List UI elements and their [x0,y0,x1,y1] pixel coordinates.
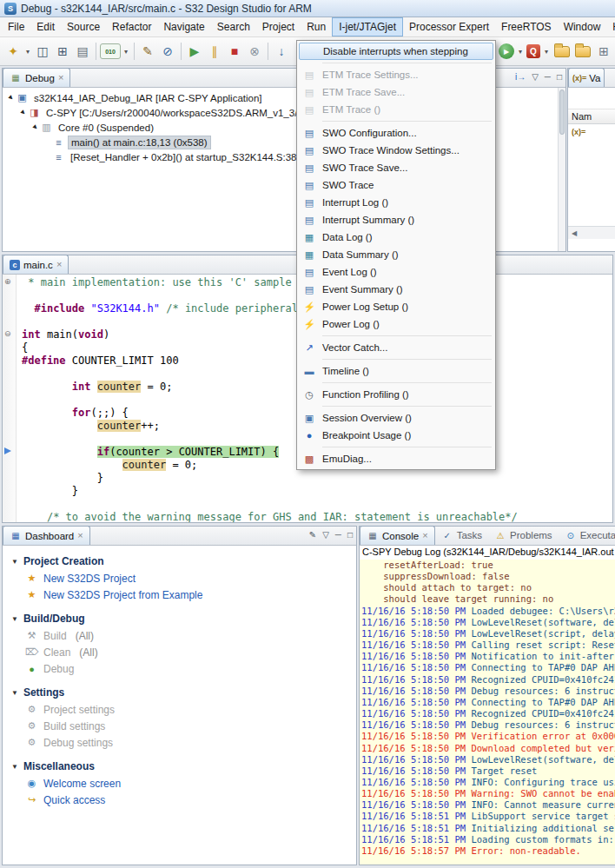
resume-icon[interactable]: ▶ [185,42,204,61]
open-resource-icon[interactable] [575,46,591,57]
menu-item-swo-trace-save[interactable]: ▤SWO Trace Save... [299,159,493,176]
tab-tasks[interactable]: ✓Tasks [435,526,488,545]
editor-annotation-ruler[interactable]: ⊕⊖ [3,275,17,522]
dash-item-new-s32ds-project[interactable]: ★New S32DS Project [11,570,356,586]
pencil-icon[interactable]: ✎ [138,42,157,61]
menu-item-data-summary[interactable]: ▦Data Summary () [299,246,493,263]
close-icon[interactable]: × [58,73,63,83]
q-launch-icon[interactable]: Q [526,44,540,58]
tab-main-c[interactable]: c main.c × [3,255,69,274]
disconnect-icon[interactable]: ⊗ [245,42,264,61]
new-dropdown-icon[interactable]: ▾ [23,42,32,61]
restart-dropdown-icon[interactable]: ▾ [516,42,525,61]
save-icon[interactable]: ◫ [33,42,52,61]
title-bar[interactable]: S Debug - s32K144_IAR/src/main.c - S32 D… [0,0,615,17]
scroll-left-icon[interactable]: ◀ [568,229,580,237]
close-icon[interactable]: × [77,531,83,540]
tab-console[interactable]: ▦Console× [360,526,435,545]
restart-icon[interactable]: ▶ [499,43,514,59]
menu-item-swo-trace[interactable]: ▤SWO Trace [299,176,493,194]
view-menu-icon[interactable]: ▽ [322,530,329,540]
print-icon[interactable]: ▤ [73,42,92,61]
dash-item-welcome-screen[interactable]: ◉Welcome screen [11,775,356,792]
close-icon[interactable]: × [56,260,62,269]
minimize-icon[interactable]: ─ [545,72,551,82]
tab-problems[interactable]: ⚠Problems [488,526,559,545]
dash-section-header[interactable]: ▼Miscellaneous [11,758,356,775]
build-dropdown-icon[interactable]: ▾ [122,42,130,61]
debug-scrollbar[interactable] [558,88,565,251]
menu-item-etm-trace-settings[interactable]: ▤ETM Trace Settings... [299,66,493,83]
dash-item-build-settings[interactable]: ⚙Build settings [11,718,356,734]
save-all-icon[interactable]: ⊞ [53,42,72,61]
menu-item-power-log[interactable]: ⚡Power Log () [299,315,493,333]
view-menu-icon[interactable]: ▽ [532,72,539,82]
tab-dashboard[interactable]: ▦ Dashboard × [3,526,90,545]
menu-item-vector-catch[interactable]: ↗Vector Catch... [299,339,493,356]
menu-refactor[interactable]: Refactor [106,17,157,36]
menu-help[interactable]: Help [606,17,615,36]
menu-item-timeline[interactable]: ▬Timeline () [299,362,493,380]
q-dropdown-icon[interactable]: ▾ [542,42,551,61]
menu-edit[interactable]: Edit [30,17,61,36]
menu-item-function-profiling[interactable]: ◷Function Profiling () [299,386,493,403]
build-binary-icon[interactable]: 010 [100,43,121,59]
menu-item-session-overview[interactable]: ▣Session Overview () [299,409,493,427]
menu-item-swo-configuration[interactable]: ▤SWO Configuration... [299,124,493,142]
dash-item-debug[interactable]: ●Debug [11,660,356,677]
minimize-icon[interactable]: ─ [335,530,341,540]
menu-item-event-log[interactable]: ▤Event Log () [299,263,493,281]
i-step-icon[interactable]: i→ [515,72,526,82]
dash-item-debug-settings[interactable]: ⚙Debug settings [11,734,356,751]
console-log[interactable]: resetAfterLoad: true suppressDownload: f… [360,560,615,865]
suspend-icon[interactable]: ∥ [205,42,224,61]
maximize-icon[interactable]: □ [347,530,353,540]
grid-icon[interactable]: ⊞ [594,42,613,61]
menu-freertos[interactable]: FreeRTOS [495,17,558,36]
menu-window[interactable]: Window [558,17,607,36]
menu-search[interactable]: Search [211,17,256,36]
tab-variables[interactable]: (x)= Va [568,68,605,87]
menu-item-power-log-setup[interactable]: ⚡Power Log Setup () [299,298,493,315]
twisty-expanded-icon[interactable]: ▼ [11,763,18,771]
menu-item-emudiag[interactable]: ▩EmuDiag... [299,450,493,467]
tab-debug[interactable]: ▦ Debug × [3,68,70,87]
menu-item-disable-interrupts-when-stepping[interactable]: Disable interrupts when stepping [299,43,493,60]
menu-item-data-log[interactable]: ▦Data Log () [299,229,493,246]
variables-column-header[interactable]: Nam [568,109,615,124]
menu-item-swo-trace-window-settings[interactable]: ▤SWO Trace Window Settings... [299,142,493,159]
tab-executables[interactable]: ⊙Executables [559,526,615,545]
dash-section-header[interactable]: ▼Settings [11,684,356,701]
menu-navigate[interactable]: Navigate [157,17,210,36]
twisty-expanded-icon[interactable]: ▼ [11,558,18,566]
menu-project[interactable]: Project [256,17,301,36]
scrollbar-thumb[interactable] [559,89,565,135]
menu-i-jet-jtagjet[interactable]: I-jet/JTAGjet [332,17,403,36]
menu-item-event-summary[interactable]: ▤Event Summary () [299,281,493,298]
step-into-icon[interactable]: ↓ [272,42,291,61]
dash-item-new-s32ds-project-from-example[interactable]: ★New S32DS Project from Example [11,586,356,603]
menu-item-interrupt-summary[interactable]: ▤Interrupt Summary () [299,211,493,229]
menu-processor-expert[interactable]: Processor Expert [403,17,495,36]
terminate-icon[interactable]: ■ [225,42,244,61]
customize-icon[interactable]: ✎ [309,530,316,540]
dash-item-clean[interactable]: ⌦Clean(All) [11,644,356,660]
dash-item-build[interactable]: ⚒Build(All) [11,627,356,644]
menu-item-etm-trace-save[interactable]: ▤ETM Trace Save... [299,83,493,101]
open-folder-icon[interactable] [554,46,570,57]
dash-section-header[interactable]: ▼Build/Debug [11,610,356,627]
fold-marker-icon[interactable]: ⊕ [4,278,11,286]
dash-item-quick-access[interactable]: ↪Quick access [11,792,356,808]
fold-marker-icon[interactable]: ⊖ [4,330,11,338]
dash-item-project-settings[interactable]: ⚙Project settings [11,701,356,718]
menu-source[interactable]: Source [61,17,106,36]
dash-section-header[interactable]: ▼Project Creation [11,553,356,570]
menu-item-breakpoint-usage[interactable]: ●Breakpoint Usage () [299,427,493,444]
menu-item-etm-trace[interactable]: ▤ETM Trace () [299,101,493,118]
menu-file[interactable]: File [2,17,30,36]
variables-hscrollbar[interactable]: ◀ [568,226,615,239]
menu-item-interrupt-log[interactable]: ▤Interrupt Log () [299,194,493,211]
twisty-expanded-icon[interactable]: ▼ [11,615,18,623]
twisty-expanded-icon[interactable]: ▼ [11,689,18,697]
menu-run[interactable]: Run [301,17,332,36]
